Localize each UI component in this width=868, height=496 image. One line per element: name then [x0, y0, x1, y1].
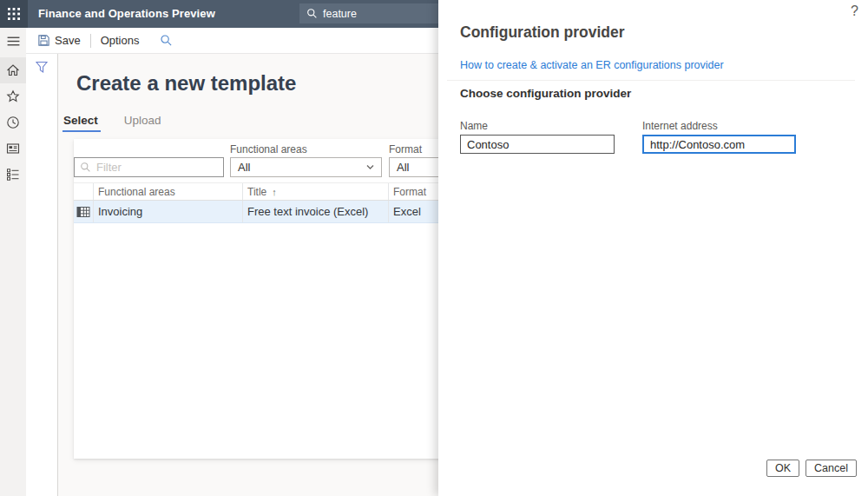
save-button[interactable]: Save	[37, 34, 81, 47]
functional-areas-value: All	[238, 161, 250, 174]
options-button-label: Options	[101, 34, 140, 47]
header-title-label: Title	[247, 186, 266, 198]
header-icon-column	[74, 183, 94, 200]
configuration-provider-dialog: ? Configuration provider How to create &…	[438, 0, 868, 496]
sort-ascending-icon: ↑	[272, 187, 277, 197]
name-field-group: Name	[460, 120, 615, 154]
pivot-tabs: Select Upload	[63, 114, 161, 132]
template-grid-card: Functional areas All Format All Function…	[74, 139, 438, 459]
header-format[interactable]: Format	[389, 183, 438, 200]
ok-button[interactable]: OK	[766, 460, 799, 477]
modules-list-icon	[6, 168, 20, 182]
page-title: Create a new template	[76, 71, 296, 96]
header-title[interactable]: Title ↑	[243, 183, 389, 200]
dialog-title: Configuration provider	[460, 23, 625, 42]
filter-pane-toggle-button[interactable]	[35, 61, 49, 74]
header-functional-areas[interactable]: Functional areas	[94, 183, 243, 200]
dialog-actions: OK Cancel	[766, 460, 857, 477]
options-button[interactable]: Options	[101, 34, 140, 47]
cancel-button[interactable]: Cancel	[806, 460, 857, 477]
hamburger-icon	[6, 34, 21, 49]
search-icon	[306, 8, 318, 19]
internet-address-label: Internet address	[642, 120, 796, 132]
waffle-icon	[7, 7, 21, 21]
functional-areas-label: Functional areas	[230, 143, 307, 155]
global-search-value: feature	[323, 8, 357, 20]
save-button-label: Save	[55, 34, 81, 47]
hamburger-menu-button[interactable]	[0, 28, 26, 54]
section-title: Choose configuration provider	[460, 87, 631, 100]
cell-functional-areas: Invoicing	[94, 201, 243, 222]
sidebar-item-recent[interactable]	[0, 109, 26, 136]
section-divider	[447, 80, 855, 81]
grid-filter-input[interactable]	[96, 161, 209, 174]
functional-areas-dropdown[interactable]: All	[230, 157, 382, 177]
global-search-input[interactable]: feature	[299, 3, 447, 23]
excel-grid-icon	[76, 206, 90, 218]
sidebar-item-modules[interactable]	[0, 162, 26, 188]
app-title: Finance and Operations Preview	[38, 0, 215, 28]
sidebar-item-workspaces[interactable]	[0, 136, 26, 162]
search-icon	[80, 162, 91, 173]
clock-icon	[6, 116, 20, 129]
table-header-row: Functional areas Title ↑ Format	[74, 182, 438, 201]
format-label: Format	[389, 143, 422, 155]
header-functional-areas-label: Functional areas	[98, 186, 175, 198]
home-icon	[6, 63, 20, 77]
tab-upload[interactable]: Upload	[124, 114, 161, 132]
name-label: Name	[460, 120, 615, 132]
workspace-form-icon	[6, 142, 20, 155]
star-icon	[6, 89, 20, 103]
save-floppy-icon	[37, 34, 50, 47]
internet-address-field-group: Internet address	[642, 120, 796, 154]
filter-pane	[26, 54, 58, 496]
grid-filter-box	[74, 157, 224, 177]
format-value: All	[397, 161, 409, 174]
app-launcher-button[interactable]	[0, 0, 28, 28]
sidebar-item-home[interactable]	[0, 57, 26, 83]
main-content-area: Create a new template Select Upload Func…	[26, 54, 438, 496]
help-icon[interactable]: ?	[851, 3, 858, 19]
cell-title: Free text invoice (Excel)	[243, 201, 389, 222]
table-row[interactable]: Invoicing Free text invoice (Excel) Exce…	[74, 201, 438, 223]
chevron-down-icon	[365, 162, 375, 172]
er-provider-help-link[interactable]: How to create & activate an ER configura…	[460, 59, 724, 71]
toolbar-divider	[90, 34, 91, 48]
toolbar-search-button[interactable]	[160, 34, 173, 47]
templates-table: Functional areas Title ↑ Format	[74, 182, 438, 223]
filter-funnel-icon	[35, 61, 49, 74]
internet-address-input[interactable]	[642, 135, 796, 154]
tab-select[interactable]: Select	[63, 114, 98, 132]
header-format-label: Format	[393, 186, 426, 198]
row-icon-cell	[74, 201, 94, 222]
name-input[interactable]	[460, 135, 615, 154]
search-icon	[160, 34, 173, 47]
sidebar-item-favorites[interactable]	[0, 83, 26, 109]
cell-format: Excel	[389, 201, 438, 222]
navigation-rail	[0, 28, 26, 496]
format-dropdown[interactable]: All	[389, 157, 438, 177]
